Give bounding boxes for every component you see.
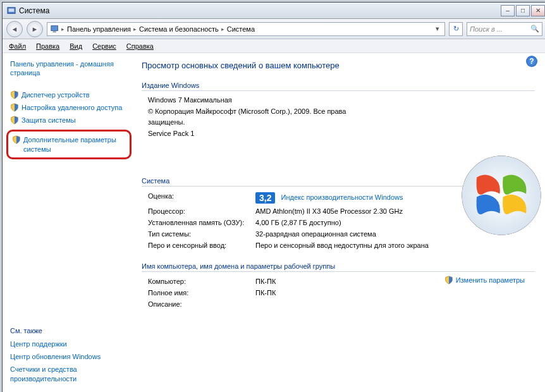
shield-icon <box>10 90 19 99</box>
window-controls: – □ ✕ <box>501 5 545 16</box>
sidebar-home-link[interactable]: Панель управления - домашняя страница <box>10 59 128 78</box>
copyright-text: © Корпорация Майкрософт (Microsoft Corp.… <box>142 106 369 128</box>
ram-label: Установленная память (ОЗУ): <box>148 219 255 226</box>
sidebar-remote-settings[interactable]: Настройка удаленного доступа <box>10 103 128 112</box>
shield-icon <box>10 116 19 125</box>
breadcrumb[interactable]: ▸ Панель управления ▸ Система и безопасн… <box>47 22 445 36</box>
close-button[interactable]: ✕ <box>531 5 545 16</box>
search-icon[interactable]: 🔍 <box>530 25 539 33</box>
pen-label: Перо и сенсорный ввод: <box>148 242 255 249</box>
crumb-control-panel[interactable]: Панель управления <box>66 25 132 33</box>
help-button[interactable]: ? <box>526 56 537 67</box>
navigation-bar: ◄ ► ▸ Панель управления ▸ Система и безо… <box>3 19 545 39</box>
edition-block: Windows 7 Максимальная © Корпорация Майк… <box>142 95 535 139</box>
maximize-button[interactable]: □ <box>516 5 530 16</box>
menu-edit[interactable]: Правка <box>36 42 59 50</box>
name-group-title: Имя компьютера, имя домена и параметры р… <box>142 262 535 272</box>
type-label: Тип системы: <box>148 230 255 238</box>
search-input[interactable]: Поиск в ... 🔍 <box>467 22 542 36</box>
sidebar-system-protection[interactable]: Защита системы <box>10 116 128 125</box>
page-heading: Просмотр основных сведений о вашем компь… <box>142 61 535 70</box>
menu-help[interactable]: Справка <box>126 42 154 50</box>
crumb-system[interactable]: Система <box>226 25 256 33</box>
search-placeholder: Поиск в ... <box>470 25 503 33</box>
chevron-right-icon: ▸ <box>133 26 137 32</box>
windows-logo-icon <box>460 154 542 236</box>
window-title: Система <box>19 6 501 15</box>
sidebar-item-label: Защита системы <box>21 116 76 125</box>
sidebar-item-label: Настройка удаленного доступа <box>21 103 122 112</box>
see-also-performance[interactable]: Счетчики и средства производительности <box>10 365 128 383</box>
content: Панель управления - домашняя страница Ди… <box>3 53 545 389</box>
fullname-value: ПК-ПК <box>255 289 535 297</box>
back-button[interactable]: ◄ <box>6 21 23 37</box>
sidebar-item-label: Дополнительные параметры системы <box>23 135 126 154</box>
refresh-button[interactable]: ↻ <box>449 22 463 36</box>
cpu-label: Процессор: <box>148 207 255 215</box>
sidebar-home-label: Панель управления - домашняя страница <box>10 59 128 78</box>
see-also-windows-update[interactable]: Центр обновления Windows <box>10 352 128 361</box>
service-pack: Service Pack 1 <box>142 128 535 140</box>
menubar: Файл Правка Вид Сервис Справка <box>3 39 545 53</box>
system-window: Система – □ ✕ ◄ ► ▸ Панель управления ▸ … <box>2 2 545 392</box>
sidebar-item-label: Диспетчер устройств <box>21 90 90 99</box>
svg-rect-3 <box>53 31 56 32</box>
edition-group-title: Издание Windows <box>142 82 535 91</box>
sidebar-advanced-settings[interactable]: Дополнительные параметры системы <box>12 135 126 154</box>
svg-rect-2 <box>51 25 58 30</box>
svg-rect-1 <box>9 8 15 11</box>
main-panel: ? Просмотр основных сведений о вашем ком… <box>135 53 545 389</box>
sidebar-device-manager[interactable]: Диспетчер устройств <box>10 90 128 99</box>
sidebar: Панель управления - домашняя страница Ди… <box>3 53 135 389</box>
see-also-action-center[interactable]: Центр поддержки <box>10 340 128 348</box>
menu-service[interactable]: Сервис <box>92 42 116 50</box>
breadcrumb-dropdown[interactable]: ▾ <box>433 25 442 33</box>
pen-value: Перо и сенсорный ввод недоступны для это… <box>255 242 535 249</box>
fullname-label: Полное имя: <box>148 289 255 297</box>
svg-point-5 <box>462 156 541 235</box>
shield-icon <box>12 135 21 144</box>
shield-icon <box>10 103 19 112</box>
rating-badge: 3,2 <box>255 192 275 204</box>
pen-row: Перо и сенсорный ввод: Перо и сенсорный … <box>142 240 535 251</box>
computer-icon <box>50 24 60 34</box>
forward-button[interactable]: ► <box>27 21 43 37</box>
crumb-system-security[interactable]: Система и безопасность <box>138 25 220 33</box>
chevron-right-icon: ▸ <box>221 26 224 32</box>
description-value <box>255 300 535 308</box>
description-row: Описание: <box>142 298 535 310</box>
highlighted-advanced-settings: Дополнительные параметры системы <box>6 130 132 159</box>
edition-name: Windows 7 Максимальная <box>142 95 535 106</box>
see-also-title: См. также <box>10 327 128 334</box>
description-label: Описание: <box>148 300 255 308</box>
chevron-right-icon: ▸ <box>61 26 64 32</box>
computer-label: Компьютер: <box>148 278 255 285</box>
app-icon <box>6 6 16 16</box>
minimize-button[interactable]: – <box>501 5 515 16</box>
menu-file[interactable]: Файл <box>9 42 26 50</box>
performance-index-link[interactable]: Индекс производительности Windows <box>281 193 403 201</box>
titlebar: Система – □ ✕ <box>3 3 545 19</box>
shield-icon <box>444 276 453 285</box>
rating-label: Оценка: <box>148 192 255 204</box>
change-settings-link[interactable]: Изменить параметры <box>444 276 525 285</box>
menu-view[interactable]: Вид <box>70 42 82 50</box>
fullname-row: Полное имя: ПК-ПК <box>142 287 535 298</box>
